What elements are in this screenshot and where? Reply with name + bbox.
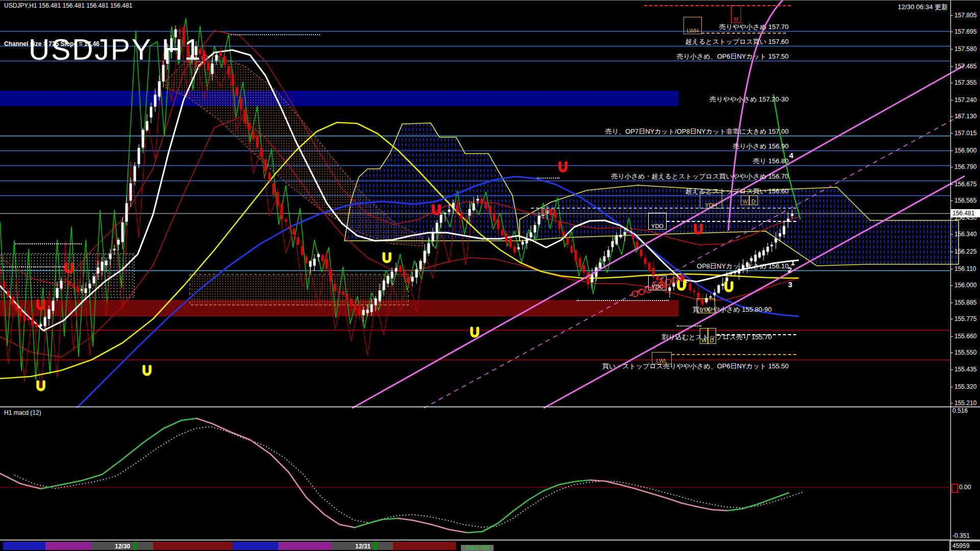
order-annotation: 売り小さめ・超えるとストップロス買いやや小さめ 156.70 (611, 172, 789, 181)
order-annotation: 売り、OP7日NYカット/OP8日NYカット非常に大きめ 157.00 (605, 127, 789, 136)
dashed-marker-line (537, 178, 559, 179)
price-axis-label: 156.225 (954, 248, 976, 255)
dashed-marker-line (667, 221, 796, 222)
ichimoku-cloud-right (520, 185, 959, 266)
magnet-icon (38, 382, 44, 390)
price-axis-label: 157.580 (954, 45, 976, 53)
timeline-date-label: 12/30 (115, 543, 130, 550)
macd-toggle-button[interactable]: macd ON (461, 545, 494, 551)
dashed-marker-line (577, 300, 669, 301)
order-annotation: 超えるとストップロス買い 157.60 (685, 37, 789, 46)
macd-scale-top: 0.516 (952, 407, 968, 414)
price-axis-label: 156.000 (954, 282, 976, 289)
price-axis-label: 156.900 (954, 147, 976, 154)
timeline-segment (233, 542, 278, 550)
price-axis-tick (950, 387, 953, 387)
price-axis-label: 156.110 (954, 265, 976, 272)
price-axis-tick (950, 184, 953, 185)
marker-box-m: M (731, 5, 741, 23)
order-annotation: 売り小さめ 156.90 (733, 142, 789, 151)
price-axis-label: 155.550 (954, 349, 976, 356)
price-axis-tick (950, 201, 953, 201)
price-axis-tick (950, 151, 953, 151)
marker-box-d: D (707, 328, 716, 344)
order-annotation: 売りやや小さめ 157.20-30 (709, 95, 789, 104)
macd-line (0, 418, 789, 533)
session-open-marker (133, 542, 137, 550)
order-annotation: 売りやや小さめ 157.70 (719, 22, 789, 32)
macd-indicator-label: H1 macd (12) (4, 409, 41, 416)
price-axis-tick (950, 403, 953, 404)
timeline-segment (153, 542, 233, 550)
price-axis-label: 157.355 (954, 79, 976, 86)
dashed-marker-line (701, 33, 786, 34)
wave-number: 4 (789, 151, 793, 160)
magnet-icon (726, 283, 732, 291)
order-annotation: 買い・ストップロス売りやや小さめ、OP6日NYカット 155.50 (602, 362, 789, 371)
order-annotation: OP8日NYカット大きめ 156.10 (697, 262, 789, 271)
magnet-icon (384, 254, 390, 262)
price-axis-tick (950, 15, 953, 16)
dashed-marker-line (644, 5, 791, 6)
ichimoku-cloud-mid (345, 123, 520, 241)
dashed-marker-line (231, 34, 320, 35)
price-axis-label: 156.340 (954, 231, 976, 238)
timeline-segment (45, 542, 92, 550)
trading-terminal-window: USDJPY,H1 156.481 156.481 156.481 156.48… (0, 0, 980, 551)
window-border (0, 0, 980, 1)
price-axis-tick (950, 116, 953, 117)
price-axis-tick (950, 167, 953, 167)
symbol-watermark: USDJPY H1 (29, 33, 202, 66)
dashed-marker-line (672, 354, 796, 355)
alert-ring (672, 278, 678, 283)
price-axis-label: 155.885 (954, 299, 976, 306)
chart-canvas[interactable] (0, 0, 980, 551)
macd-signal-line (14, 427, 803, 527)
marker-box-ydc: YDC (648, 276, 667, 290)
price-axis-tick (950, 303, 953, 303)
price-axis-label: 156.675 (954, 181, 976, 188)
price-axis-label: 157.805 (954, 12, 976, 19)
price-axis-label: 156.790 (954, 163, 976, 170)
marker-box-lwh: LWH (683, 17, 702, 34)
price-axis-tick (950, 234, 953, 235)
last-updated-timestamp: 12/30 06:34 更新 (898, 3, 948, 12)
timeline-segment (278, 542, 332, 550)
marker-box-lwl: LWL (652, 352, 672, 364)
current-price-tag: 156.481 (951, 209, 980, 217)
price-axis-label: 157.130 (954, 113, 976, 120)
sell-zone-band (0, 91, 679, 106)
wave-number: 2 (788, 265, 792, 274)
price-axis-label: 156.565 (954, 197, 976, 204)
price-axis-tick (950, 353, 953, 353)
price-axis-tick (950, 49, 953, 49)
magnet-icon (678, 281, 684, 289)
timeline-date-label: 12/31 (355, 543, 371, 550)
price-axis-tick (950, 319, 953, 319)
session-open-marker (374, 542, 377, 550)
price-axis-tick (950, 66, 953, 67)
macd-zero-marker (951, 484, 958, 493)
magnet-icon (472, 328, 478, 336)
timeline-segment (393, 542, 456, 550)
price-axis-label: 155.660 (954, 333, 976, 340)
dashed-marker-line (717, 334, 796, 335)
dashed-marker-line (677, 325, 701, 327)
price-axis-label: 157.015 (954, 130, 976, 137)
macd-scale-bottom: -0.351 (952, 532, 970, 539)
price-axis-tick (950, 369, 953, 370)
price-axis-label: 155.320 (954, 383, 976, 390)
wave-number: 3 (788, 280, 792, 289)
price-axis-tick (950, 285, 953, 286)
marker-box-ydl: YDL (697, 298, 715, 313)
price-axis-tick (950, 269, 953, 269)
dashed-marker-line (3, 266, 64, 267)
symbol-ohlc-readout: USDJPY,H1 156.481 156.481 156.481 156.48… (4, 2, 132, 9)
price-axis-label: 157.240 (954, 96, 976, 104)
magnet-icon (144, 366, 150, 374)
price-axis-label: 155.210 (954, 399, 976, 407)
price-axis-label: 155.435 (954, 366, 976, 373)
price-axis-label: 155.775 (954, 315, 976, 322)
dashed-marker-line (15, 243, 82, 244)
price-axis-tick (950, 218, 953, 218)
